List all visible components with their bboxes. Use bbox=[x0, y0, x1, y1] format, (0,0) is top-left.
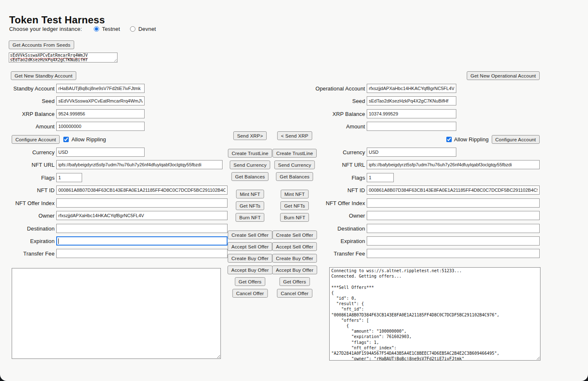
standby-accept-buy-offer-button[interactable]: Accept Buy Offer bbox=[228, 266, 273, 274]
op-results-textarea[interactable]: Connecting to wss://s.altnet.rippletest.… bbox=[329, 267, 540, 361]
standby-flags-input[interactable] bbox=[56, 173, 82, 182]
op-nft-offer-index-row: NFT Offer Index bbox=[307, 198, 540, 208]
standby-transfer-fee-input[interactable] bbox=[56, 249, 228, 258]
op-destination-row: Destination bbox=[307, 224, 540, 233]
testnet-radio[interactable] bbox=[94, 26, 99, 32]
page-title: Token Test Harness bbox=[9, 14, 105, 26]
standby-results-textarea[interactable] bbox=[12, 268, 221, 359]
standby-nft-offer-index-input[interactable] bbox=[56, 198, 228, 208]
op-flags-input[interactable] bbox=[367, 173, 394, 182]
op-accept-buy-offer-button[interactable]: Accept Buy Offer bbox=[272, 266, 317, 274]
standby-nft-id-label: NFT ID bbox=[8, 187, 56, 193]
devnet-radio-label: Devnet bbox=[138, 26, 156, 32]
op-xrp-balance-row: XRP Balance bbox=[307, 109, 456, 118]
op-amount-row: Amount bbox=[307, 122, 456, 131]
op-expiration-row: Expiration bbox=[307, 236, 540, 246]
standby-amount-input[interactable] bbox=[56, 122, 145, 131]
op-nft-id-input[interactable] bbox=[367, 185, 540, 195]
standby-get-balances-button[interactable]: Get Balances bbox=[231, 172, 268, 181]
ledger-instance-label: Choose your ledger instance: bbox=[9, 26, 82, 32]
standby-account-row: Standby Account bbox=[8, 84, 145, 93]
standby-configure-row: Configure Account Allow Rippling bbox=[12, 135, 106, 144]
standby-nft-id-row: NFT ID bbox=[8, 185, 228, 195]
op-destination-input[interactable] bbox=[367, 224, 540, 233]
op-amount-input[interactable] bbox=[367, 122, 456, 131]
standby-nft-offer-index-row: NFT Offer Index bbox=[8, 198, 228, 208]
seeds-textarea[interactable]: sEdVVkSsswaXPCvEatRmcarRrq4WmJV sEdTao2d… bbox=[9, 53, 118, 63]
standby-xrp-balance-row: XRP Balance bbox=[8, 109, 145, 118]
op-seed-input[interactable] bbox=[367, 96, 456, 105]
op-cancel-offer-button[interactable]: Cancel Offer bbox=[277, 289, 313, 298]
op-owner-input[interactable] bbox=[367, 211, 540, 220]
testnet-radio-label: Testnet bbox=[102, 26, 120, 32]
standby-expiration-label: Expiration bbox=[8, 238, 56, 244]
op-configure-row: Allow Rippling Configure Account bbox=[446, 135, 540, 144]
standby-currency-input[interactable] bbox=[56, 148, 145, 157]
standby-allow-rippling-checkbox[interactable] bbox=[63, 137, 69, 142]
op-expiration-input[interactable] bbox=[367, 236, 540, 246]
op-currency-row: Currency bbox=[307, 148, 456, 157]
op-nft-offer-index-label: NFT Offer Index bbox=[307, 200, 367, 206]
standby-burn-nft-button[interactable]: Burn NFT bbox=[235, 213, 264, 222]
standby-get-offers-button[interactable]: Get Offers bbox=[235, 277, 265, 286]
standby-accept-sell-offer-button[interactable]: Accept Sell Offer bbox=[228, 242, 272, 251]
op-currency-input[interactable] bbox=[367, 148, 456, 157]
op-burn-nft-button[interactable]: Burn NFT bbox=[280, 213, 309, 222]
op-account-input[interactable] bbox=[367, 84, 456, 93]
op-seed-label: Seed bbox=[307, 98, 367, 104]
standby-send-currency-button[interactable]: Send Currency bbox=[230, 160, 270, 169]
get-new-operational-account-button[interactable]: Get New Operational Account bbox=[467, 71, 540, 80]
standby-expiration-input[interactable] bbox=[56, 236, 228, 246]
standby-transfer-fee-row: Transfer Fee bbox=[8, 249, 228, 258]
standby-nft-url-label: NFT URL bbox=[8, 162, 56, 168]
standby-expiration-row: Expiration bbox=[8, 236, 228, 246]
op-allow-rippling-checkbox[interactable] bbox=[446, 137, 452, 142]
standby-flags-row: Flags bbox=[8, 173, 82, 182]
op-flags-label: Flags bbox=[307, 175, 367, 181]
standby-amount-label: Amount bbox=[8, 123, 56, 130]
get-new-standby-account-button[interactable]: Get New Standby Account bbox=[11, 71, 76, 80]
standby-get-nfts-button[interactable]: Get NFTs bbox=[236, 201, 264, 210]
op-mint-nft-button[interactable]: Mint NFT bbox=[281, 190, 309, 198]
standby-create-sell-offer-button[interactable]: Create Sell Offer bbox=[228, 231, 273, 239]
op-nft-offer-index-input[interactable] bbox=[367, 198, 540, 208]
op-configure-account-button[interactable]: Configure Account bbox=[492, 135, 540, 144]
standby-nft-id-input[interactable] bbox=[56, 185, 228, 195]
standby-owner-input[interactable] bbox=[56, 211, 228, 220]
standby-seed-label: Seed bbox=[8, 98, 56, 104]
standby-owner-row: Owner bbox=[8, 211, 228, 220]
get-accounts-from-seeds-button[interactable]: Get Accounts From Seeds bbox=[9, 40, 74, 49]
standby-destination-input[interactable] bbox=[56, 224, 228, 233]
standby-send-xrp-button[interactable]: Send XRP> bbox=[233, 131, 267, 140]
standby-configure-account-button[interactable]: Configure Account bbox=[12, 135, 60, 144]
standby-cancel-offer-button[interactable]: Cancel Offer bbox=[233, 289, 268, 298]
op-nft-url-row: NFT URL bbox=[307, 160, 540, 169]
standby-xrp-balance-input[interactable] bbox=[56, 109, 145, 118]
devnet-radio[interactable] bbox=[130, 26, 135, 32]
standby-create-trustline-button[interactable]: Create TrustLine bbox=[228, 149, 272, 158]
standby-destination-row: Destination bbox=[8, 224, 228, 233]
standby-create-buy-offer-button[interactable]: Create Buy Offer bbox=[228, 254, 272, 263]
standby-account-input[interactable] bbox=[56, 84, 145, 93]
standby-mint-nft-button[interactable]: Mint NFT bbox=[236, 190, 264, 198]
standby-seed-input[interactable] bbox=[56, 96, 145, 105]
standby-nft-url-input[interactable] bbox=[56, 160, 223, 169]
standby-destination-label: Destination bbox=[8, 226, 56, 232]
op-amount-label: Amount bbox=[307, 123, 367, 130]
standby-nft-offer-index-label: NFT Offer Index bbox=[8, 200, 56, 206]
op-get-nfts-button[interactable]: Get NFTs bbox=[280, 201, 309, 210]
op-nft-id-row: NFT ID bbox=[307, 185, 540, 195]
op-xrp-balance-input[interactable] bbox=[367, 109, 456, 118]
op-xrp-balance-label: XRP Balance bbox=[307, 111, 367, 117]
op-get-offers-button[interactable]: Get Offers bbox=[280, 277, 310, 286]
op-send-xrp-button[interactable]: < Send XRP bbox=[277, 131, 312, 140]
standby-account-label: Standby Account bbox=[8, 85, 56, 92]
standby-currency-label: Currency bbox=[8, 149, 56, 155]
standby-nft-url-row: NFT URL bbox=[8, 160, 223, 169]
op-owner-row: Owner bbox=[307, 211, 540, 220]
op-transfer-fee-input[interactable] bbox=[367, 249, 540, 258]
op-transfer-fee-label: Transfer Fee bbox=[307, 251, 367, 257]
standby-allow-rippling-label: Allow Rippling bbox=[71, 136, 106, 143]
op-nft-url-input[interactable] bbox=[367, 160, 540, 169]
standby-currency-row: Currency bbox=[8, 148, 145, 157]
